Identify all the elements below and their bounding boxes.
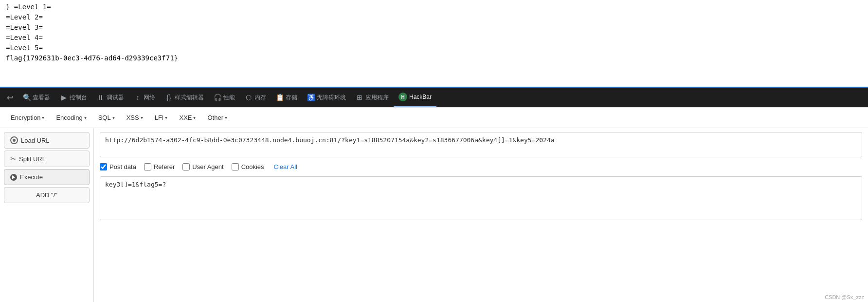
- code-line-2: =Level 2=: [6, 12, 862, 22]
- user-agent-label: User Agent: [192, 163, 223, 170]
- hackbar-label: HackBar: [409, 94, 432, 100]
- post-data-label: Post data: [109, 163, 136, 170]
- load-url-icon: [10, 136, 18, 144]
- hackbar-sidebar: Load URL ✂ Split URL Execute ADD "/": [0, 128, 94, 302]
- debugger-icon: ⏸: [97, 94, 105, 101]
- storage-icon: 📋: [276, 94, 284, 101]
- devtools-inspector[interactable]: 🔍 查看器: [18, 88, 55, 107]
- devtools-memory[interactable]: ⬡ 内存: [240, 88, 271, 107]
- code-line-3: =Level 3=: [6, 22, 862, 33]
- watermark: CSDN @Sx_zzz: [825, 294, 864, 300]
- performance-icon: 🎧: [214, 94, 221, 101]
- post-data-input[interactable]: [100, 176, 862, 220]
- referer-checkbox[interactable]: [144, 163, 151, 170]
- hackbar-content-area: Post data Referer User Agent Cookies Cle…: [94, 128, 868, 302]
- execute-label: Execute: [20, 173, 43, 181]
- xss-label: XSS: [127, 114, 139, 121]
- menu-encoding[interactable]: Encoding ▾: [51, 112, 91, 123]
- encoding-label: Encoding: [56, 114, 82, 121]
- encryption-label: Encryption: [11, 114, 40, 121]
- inspector-icon: 🔍: [23, 94, 31, 101]
- encoding-arrow-icon: ▾: [84, 115, 87, 120]
- split-url-label: Split URL: [19, 155, 46, 163]
- menu-sql[interactable]: SQL ▾: [93, 112, 120, 123]
- cookies-label: Cookies: [241, 163, 264, 170]
- lfi-arrow-icon: ▾: [165, 115, 167, 120]
- xxe-label: XXE: [179, 114, 192, 121]
- sql-label: SQL: [98, 114, 111, 121]
- inspector-label: 查看器: [33, 94, 50, 102]
- accessibility-icon: ♿: [307, 94, 315, 101]
- load-url-label: Load URL: [21, 137, 50, 144]
- memory-icon: ⬡: [245, 94, 253, 101]
- menu-xxe[interactable]: XXE ▾: [174, 112, 200, 123]
- sql-arrow-icon: ▾: [112, 115, 115, 120]
- devtools-hackbar[interactable]: H HackBar: [394, 88, 436, 107]
- hackbar-menu-bar: Encryption ▾ Encoding ▾ SQL ▾ XSS ▾ LFI …: [0, 108, 868, 128]
- flag-value: flag{1792631b-0ec3-4d76-ad64-d29339ce3f7…: [6, 53, 862, 63]
- hackbar-main-area: Load URL ✂ Split URL Execute ADD "/" Pos…: [0, 128, 868, 302]
- accessibility-label: 无障碍环境: [317, 94, 346, 102]
- devtools-storage[interactable]: 📋 存储: [271, 88, 302, 107]
- network-icon: ↕: [134, 94, 142, 101]
- storage-label: 存储: [286, 94, 297, 102]
- clear-all-button[interactable]: Clear All: [274, 163, 297, 170]
- user-agent-checkbox[interactable]: [182, 163, 190, 170]
- xss-arrow-icon: ▾: [141, 115, 143, 120]
- console-label: 控制台: [70, 94, 87, 102]
- devtools-network[interactable]: ↕ 网络: [129, 88, 160, 107]
- memory-label: 内存: [254, 94, 266, 102]
- style-editor-label: 样式编辑器: [175, 94, 204, 102]
- post-data-checkbox[interactable]: [100, 163, 107, 170]
- referer-checkbox-label[interactable]: Referer: [144, 163, 175, 170]
- code-output: } =Level 1= =Level 2= =Level 3= =Level 4…: [0, 0, 868, 87]
- devtools-app[interactable]: ⊞ 应用程序: [351, 88, 394, 107]
- other-arrow-icon: ▾: [225, 115, 227, 120]
- cookies-checkbox-label[interactable]: Cookies: [232, 163, 264, 170]
- user-agent-checkbox-label[interactable]: User Agent: [182, 163, 223, 170]
- style-icon: {}: [165, 94, 173, 101]
- checkboxes-row: Post data Referer User Agent Cookies Cle…: [100, 161, 862, 172]
- debugger-label: 调试器: [107, 94, 124, 102]
- add-slash-button[interactable]: ADD "/": [4, 187, 90, 203]
- devtools-style-editor[interactable]: {} 样式编辑器: [160, 88, 209, 107]
- code-line-4: =Level 4=: [6, 33, 862, 43]
- devtools-performance[interactable]: 🎧 性能: [209, 88, 240, 107]
- menu-xss[interactable]: XSS ▾: [122, 112, 148, 123]
- execute-button[interactable]: Execute: [4, 169, 90, 185]
- other-label: Other: [207, 114, 223, 121]
- load-url-button[interactable]: Load URL: [4, 132, 90, 149]
- code-line-1: } =Level 1=: [6, 2, 862, 12]
- devtools-console[interactable]: ▶ 控制台: [55, 88, 92, 107]
- cookies-checkbox[interactable]: [232, 163, 239, 170]
- performance-label: 性能: [223, 94, 235, 102]
- hackbar-logo-icon: H: [398, 93, 407, 101]
- split-url-icon: ✂: [10, 155, 16, 163]
- devtools-accessibility[interactable]: ♿ 无障碍环境: [302, 88, 351, 107]
- devtools-toolbar: ↩ 🔍 查看器 ▶ 控制台 ⏸ 调试器 ↕ 网络 {} 样式编辑器 🎧 性能 ⬡…: [0, 87, 868, 107]
- post-data-checkbox-label[interactable]: Post data: [100, 163, 136, 170]
- execute-play-icon: [10, 174, 17, 181]
- encryption-arrow-icon: ▾: [42, 115, 44, 120]
- menu-encryption[interactable]: Encryption ▾: [6, 112, 49, 123]
- add-slash-label: ADD "/": [36, 191, 57, 199]
- app-icon: ⊞: [356, 94, 363, 101]
- devtools-back-button[interactable]: ↩: [2, 88, 18, 107]
- app-label: 应用程序: [365, 94, 389, 102]
- referer-label: Referer: [154, 163, 175, 170]
- menu-other[interactable]: Other ▾: [202, 112, 232, 123]
- console-icon: ▶: [60, 94, 68, 101]
- url-input[interactable]: [100, 132, 862, 157]
- lfi-label: LFI: [155, 114, 164, 121]
- back-icon: ↩: [7, 93, 13, 102]
- xxe-arrow-icon: ▾: [193, 115, 196, 120]
- split-url-button[interactable]: ✂ Split URL: [4, 151, 90, 167]
- menu-lfi[interactable]: LFI ▾: [150, 112, 173, 123]
- hackbar-panel: Encryption ▾ Encoding ▾ SQL ▾ XSS ▾ LFI …: [0, 107, 868, 302]
- devtools-debugger[interactable]: ⏸ 调试器: [92, 88, 129, 107]
- code-line-5: =Level 5=: [6, 43, 862, 53]
- network-label: 网络: [144, 94, 155, 102]
